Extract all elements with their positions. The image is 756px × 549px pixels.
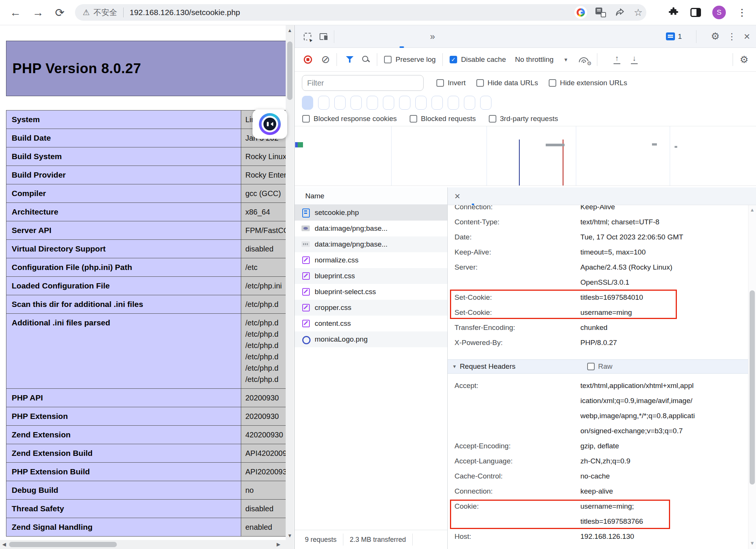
devtools-tab[interactable] <box>349 25 350 48</box>
checkbox-unchecked[interactable] <box>384 56 392 63</box>
forward-icon[interactable]: → <box>32 6 44 19</box>
scroll-down-icon[interactable]: ▼ <box>286 533 294 538</box>
horizontal-scrollbar-thumb[interactable] <box>9 542 117 547</box>
blocked-filter-checkbox[interactable]: Blocked requests <box>410 115 476 123</box>
network-overview-timeline[interactable] <box>295 126 756 186</box>
resource-type-chip[interactable] <box>302 96 313 110</box>
resource-type-chips <box>295 94 756 111</box>
scroll-up-icon[interactable]: ▲ <box>748 207 756 213</box>
preserve-log-checkbox[interactable]: Preserve log <box>384 55 436 64</box>
checkbox-label: Hide extension URLs <box>560 79 627 87</box>
headers-content[interactable]: Connection: Keep-Alive Content-Type: tex… <box>448 205 748 549</box>
request-name: data:image/png;base... <box>315 240 387 248</box>
address-bar[interactable]: ⚠ 不安全 192.168.126.130/setcookie.php ☆ <box>75 4 646 21</box>
devtools-tab[interactable] <box>366 25 368 48</box>
request-row[interactable]: blueprint.css <box>295 268 447 284</box>
network-conditions-icon[interactable]: ⚙ <box>578 55 590 64</box>
page-horizontal-scrollbar[interactable]: ◀ ▶ <box>0 540 286 549</box>
resource-type-chip[interactable] <box>399 96 410 110</box>
network-settings-gear-icon[interactable]: ⚙ <box>740 54 748 66</box>
side-panel-icon[interactable] <box>690 8 701 17</box>
resource-type-chip[interactable] <box>432 96 443 110</box>
scroll-down-icon[interactable]: ▼ <box>748 540 756 546</box>
raw-toggle[interactable]: Raw <box>587 362 612 371</box>
resource-type-chip[interactable] <box>367 96 378 110</box>
bookmark-star-icon[interactable]: ☆ <box>634 7 643 18</box>
scroll-up-icon[interactable]: ▲ <box>286 28 294 33</box>
resource-type-chip[interactable] <box>383 96 394 110</box>
page-vertical-scrollbar[interactable]: ▲ ▼ <box>286 25 294 549</box>
detail-scrollbar-thumb[interactable] <box>750 290 755 485</box>
throttling-dropdown-icon[interactable]: ▼ <box>563 57 568 63</box>
scroll-right-icon[interactable]: ▶ <box>277 541 280 547</box>
filter-funnel-icon[interactable] <box>346 56 354 63</box>
filter-checkbox[interactable]: Hide extension URLs <box>549 79 627 87</box>
checkbox-checked[interactable]: ✓ <box>450 56 457 63</box>
resource-type-chip[interactable] <box>318 96 329 110</box>
resource-type-chip[interactable] <box>464 96 475 110</box>
devtools-tab[interactable] <box>401 25 402 48</box>
blocked-filter-checkbox[interactable]: Blocked response cookies <box>302 115 397 123</box>
resource-type-chip[interactable] <box>415 96 427 110</box>
request-row[interactable]: data:image/png;base... <box>295 236 447 252</box>
devtools-close-icon[interactable]: × <box>744 31 750 43</box>
device-toolbar-icon[interactable] <box>320 33 327 40</box>
devtools-panel: » 1 ⚙ ⋮ × ⊘ Preserve log ✓ <box>294 25 756 549</box>
disable-cache-checkbox[interactable]: ✓ Disable cache <box>450 55 506 64</box>
overview-resource-bar <box>546 144 565 146</box>
translate-icon[interactable] <box>595 8 606 17</box>
name-column-header[interactable]: Name <box>295 187 447 205</box>
filter-checkbox[interactable]: Invert <box>436 79 466 87</box>
browser-menu-icon[interactable]: ⋮ <box>737 7 747 18</box>
request-row[interactable]: blueprint-select.css <box>295 284 447 300</box>
request-row[interactable]: content.css <box>295 316 447 331</box>
close-detail-icon[interactable]: × <box>455 190 460 202</box>
search-icon[interactable] <box>362 55 370 64</box>
checkbox-unchecked[interactable] <box>489 115 496 123</box>
checkbox-unchecked[interactable] <box>549 79 556 87</box>
monica-logo-icon <box>259 113 281 135</box>
more-tabs-icon[interactable]: » <box>430 31 435 42</box>
vertical-scrollbar-thumb[interactable] <box>287 41 292 100</box>
request-row[interactable]: setcookie.php <box>295 205 447 221</box>
issues-message-icon[interactable] <box>666 32 675 40</box>
resource-type-chip[interactable] <box>350 96 362 110</box>
request-headers-section[interactable]: ▼ Request Headers Raw <box>448 359 748 374</box>
share-icon[interactable] <box>614 7 626 18</box>
raw-checkbox[interactable] <box>587 363 595 370</box>
reload-icon[interactable]: ⟳ <box>55 6 64 19</box>
devtools-tab[interactable] <box>384 25 385 48</box>
export-har-icon[interactable]: ↓ <box>630 55 639 64</box>
devtools-tab[interactable] <box>418 25 420 48</box>
resource-type-chip[interactable] <box>448 96 459 110</box>
request-row[interactable]: data:image/png;base... <box>295 221 447 236</box>
resource-type-chip[interactable] <box>334 96 346 110</box>
detail-scrollbar[interactable]: ▲ ▼ <box>748 205 756 549</box>
monica-extension-button[interactable] <box>253 109 287 139</box>
row-value: x86_64 <box>241 203 286 221</box>
record-network-log-icon[interactable] <box>304 55 312 64</box>
scroll-left-icon[interactable]: ◀ <box>2 541 6 547</box>
profile-avatar[interactable]: S <box>712 6 726 19</box>
extensions-puzzle-icon[interactable] <box>668 7 679 18</box>
filter-checkbox[interactable]: Hide data URLs <box>476 79 538 87</box>
request-row[interactable]: normalize.css <box>295 252 447 268</box>
resource-type-chip[interactable] <box>480 96 491 110</box>
filter-input[interactable] <box>302 75 424 91</box>
request-row[interactable]: cropper.css <box>295 300 447 316</box>
clear-network-log-icon[interactable]: ⊘ <box>321 55 330 64</box>
checkbox-unchecked[interactable] <box>436 79 444 87</box>
google-icon[interactable] <box>574 6 587 19</box>
blocked-filter-checkbox[interactable]: 3rd-party requests <box>489 115 558 123</box>
devtools-menu-icon[interactable]: ⋮ <box>727 31 736 42</box>
request-row[interactable]: monicaLogo.png <box>295 331 447 347</box>
checkbox-unchecked[interactable] <box>302 115 310 123</box>
inspect-element-icon[interactable] <box>304 33 311 40</box>
devtools-settings-gear-icon[interactable]: ⚙ <box>711 31 719 42</box>
import-har-icon[interactable]: ↑ <box>612 55 621 64</box>
back-icon[interactable]: ← <box>10 6 21 19</box>
checkbox-unchecked[interactable] <box>410 115 417 123</box>
checkbox-unchecked[interactable] <box>476 79 484 87</box>
throttling-select[interactable]: No throttling <box>515 55 553 64</box>
section-collapse-icon[interactable]: ▼ <box>452 364 457 369</box>
